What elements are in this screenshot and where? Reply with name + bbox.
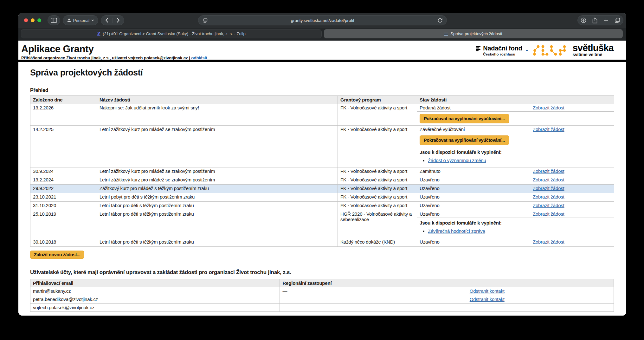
continue-button-cell: Pokračovat na vyplňování vyúčtování...: [417, 112, 614, 126]
reload-button[interactable]: [437, 18, 443, 23]
browser-window: Personal: [18, 13, 626, 316]
tab-title: Správa projektových žádostí: [450, 31, 502, 36]
view-application-link[interactable]: Zobrazit žádost: [533, 105, 564, 110]
view-application-link[interactable]: Zobrazit žádost: [533, 127, 564, 132]
form-link[interactable]: Žádost o významnou změnu: [428, 158, 486, 163]
application-program: Každý něco dokáže (KND): [338, 238, 417, 247]
form-link[interactable]: Závěrečná hodnotící zpráva: [428, 228, 485, 234]
view-application-link[interactable]: Zobrazit žádost: [533, 239, 564, 245]
application-date: 13.2.2024: [30, 176, 97, 185]
cesky-rozhlas-icon: [476, 45, 481, 51]
application-row: 14.2.2025Letní zážitkový kurz pro mládež…: [30, 126, 614, 133]
application-status: Uzavřeno: [417, 193, 530, 202]
users-table-header: Přihlašovací emailRegionální zastoupení: [30, 279, 614, 287]
tab-overview-button[interactable]: [615, 17, 620, 23]
applications-table-header: Založeno dneNázev žádostiGrantový progra…: [30, 96, 614, 104]
tab-zulip[interactable]: Z (21) #01 Organizacni > Grant Svetluska…: [21, 29, 322, 38]
login-info-text: Přihlášená organizace Život trochu jinak…: [21, 56, 190, 60]
new-tab-button[interactable]: [603, 18, 609, 23]
page-settings-icon[interactable]: [203, 18, 208, 23]
chevron-down-icon: [91, 19, 94, 21]
application-date: 29.9.2022: [30, 185, 97, 193]
application-program: FK - Volnočasové aktivity a sport: [338, 202, 417, 210]
application-program: FK - Volnočasové aktivity a sport: [338, 193, 417, 202]
view-application-link[interactable]: Zobrazit žádost: [533, 203, 564, 208]
page-title: Správa projektových žádostí: [30, 68, 615, 78]
application-program: FK - Volnočasové aktivity a sport: [338, 104, 417, 126]
application-name: Nakopni se: Jak udělat prvník krok za sv…: [97, 104, 338, 126]
application-date: 30.10.2018: [30, 238, 97, 247]
zoom-window-button[interactable]: [37, 18, 41, 22]
application-row: 31.10.2020Letní tábor pro děti s těžkým …: [30, 202, 614, 210]
remove-contact-link[interactable]: Odstranit kontakt: [470, 288, 505, 294]
user-email: vojtech.polasek@zivotjinak.cz: [30, 304, 280, 312]
remove-contact-link[interactable]: Odstranit kontakt: [470, 297, 505, 302]
continue-accounting-button[interactable]: Pokračovat na vyplňování vyúčtování...: [420, 114, 509, 123]
application-status: Uzavřeno: [417, 202, 530, 210]
continue-button-cell: Pokračovat na vyplňování vyúčtování...: [417, 133, 614, 147]
forms-available-label: Jsou k dispozici fomuláře k vyplnění:: [420, 219, 611, 226]
users-table: Přihlašovací emailRegionální zastoupení …: [30, 279, 614, 312]
url-text: granty.svetluska.net/zadatel/profil: [291, 18, 354, 23]
view-application-link[interactable]: Zobrazit žádost: [533, 186, 564, 191]
sidebar-icon: [51, 18, 57, 23]
user-action-cell: [467, 304, 614, 312]
application-name: Zážitkový kurz pro mládež s těžkým posti…: [97, 185, 338, 193]
applications-table-body: 13.2.2026Nakopni se: Jak udělat prvník k…: [30, 104, 614, 247]
application-action-cell: Zobrazit žádost: [530, 193, 614, 202]
application-row: 30.9.2024Letní zážitkový kurz pro mládež…: [30, 167, 614, 176]
column-header: Přihlašovací email: [30, 279, 280, 287]
application-status: Uzavřeno: [417, 210, 530, 218]
continue-accounting-button[interactable]: Pokračovat na vyplňování vyúčtování...: [420, 135, 509, 145]
close-window-button[interactable]: [24, 18, 28, 22]
user-row: martin@sukany.cz—Odstranit kontakt: [30, 287, 614, 295]
application-action-cell: Zobrazit žádost: [530, 202, 614, 210]
column-header: Grantový program: [338, 96, 417, 104]
view-application-link[interactable]: Zobrazit žádost: [533, 194, 564, 199]
application-action-cell: Zobrazit žádost: [530, 104, 614, 112]
application-date: 31.10.2020: [30, 202, 97, 210]
main-content: Správa projektových žádostí Přehled Zalo…: [18, 68, 626, 312]
forward-button[interactable]: [113, 18, 124, 23]
fund-name: Nadační fond: [483, 45, 522, 52]
view-application-link[interactable]: Zobrazit žádost: [533, 211, 564, 217]
share-button[interactable]: [592, 17, 597, 23]
application-status: Závěrečné vyúčtování: [417, 126, 530, 133]
user-region: —: [280, 304, 467, 312]
window-controls: [24, 18, 41, 22]
column-header: Název žádosti: [97, 96, 338, 104]
forms-cell: Jsou k dispozici fomuláře k vyplnění:Záv…: [417, 218, 614, 238]
minimize-window-button[interactable]: [31, 18, 35, 22]
user-row: petra.benedikova@zivotjinak.cz—Odstranit…: [30, 295, 614, 304]
address-bar[interactable]: granty.svetluska.net/zadatel/profil: [198, 15, 447, 25]
brand-name: světluška: [572, 44, 614, 52]
view-application-link[interactable]: Zobrazit žádost: [533, 177, 564, 182]
form-list-item: Žádost o významnou změnu: [428, 158, 611, 163]
application-date: 13.2.2026: [30, 104, 97, 126]
sidebar-toggle-button[interactable]: [48, 15, 60, 25]
application-status: Uzavřeno: [417, 185, 530, 193]
application-action-cell: Zobrazit žádost: [530, 185, 614, 193]
tab-granty-active[interactable]: Správa projektových žádostí: [324, 29, 623, 38]
chevron-right-icon: [117, 18, 120, 23]
nadacni-fond-logo: Nadační fond Českého rozhlasu: [476, 45, 522, 56]
tab-title: (21) #01 Organizacni > Grant Svetluska (…: [103, 31, 245, 36]
application-action-cell: Zobrazit žádost: [530, 167, 614, 176]
view-application-link[interactable]: Zobrazit žádost: [533, 168, 564, 174]
downloads-button[interactable]: [581, 17, 586, 23]
forms-available-label: Jsou k dispozici fomuláře k vyplnění:: [420, 148, 611, 155]
application-name: Letní zážitkový kurz pro mládež se zrako…: [97, 126, 338, 167]
application-program: FK - Volnočasové aktivity a sport: [338, 185, 417, 193]
forms-cell: Jsou k dispozici fomuláře k vyplnění:Žád…: [417, 147, 614, 167]
logout-link[interactable]: odhlásit: [191, 56, 207, 60]
header-logos: Nadační fond Českého rozhlasu: [476, 44, 614, 57]
profile-switcher[interactable]: Personal: [63, 15, 98, 25]
application-row: 23.10.2021Letní pobyt pro děti s těžkým …: [30, 193, 614, 202]
new-application-button[interactable]: Založit novou žádost...: [30, 251, 84, 259]
user-region: —: [280, 295, 467, 304]
application-status: Uzavřeno: [417, 238, 530, 247]
back-button[interactable]: [101, 18, 113, 23]
form-list-item: Závěrečná hodnotící zpráva: [428, 228, 611, 234]
svetluska-logo: světluška svítíme ve tmě: [572, 44, 614, 57]
applications-table: Založeno dneNázev žádostiGrantový progra…: [30, 95, 614, 247]
